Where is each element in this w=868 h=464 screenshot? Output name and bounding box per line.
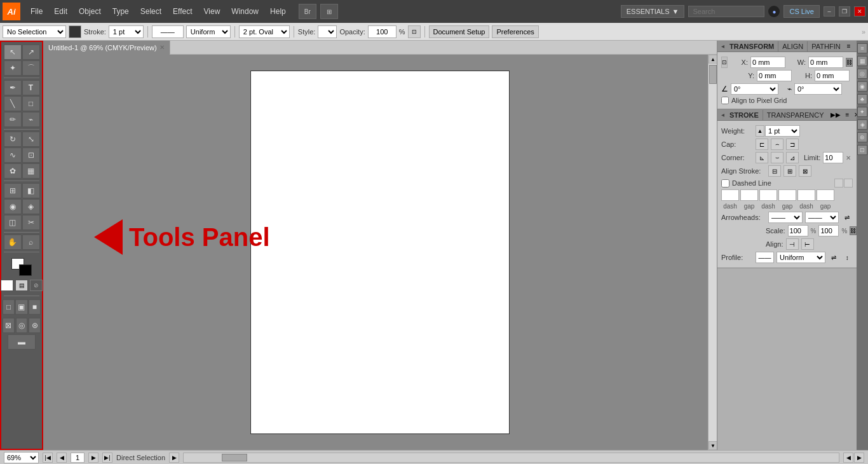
document-tab[interactable]: Untitled-1 @ 69% (CMYK/Preview) ✕: [43, 41, 170, 55]
pen-tool[interactable]: ✒: [4, 80, 22, 95]
arrow-start-select[interactable]: ——: [768, 212, 803, 223]
menu-window[interactable]: Window: [226, 4, 264, 18]
navigator-icon[interactable]: ◎: [857, 69, 867, 79]
eyedropper-tool[interactable]: ◉: [4, 199, 22, 214]
cs-live-button[interactable]: CS Live: [783, 5, 820, 18]
gap2-input[interactable]: [778, 189, 796, 201]
scroll-left-btn[interactable]: ◀: [843, 453, 853, 463]
scroll-track[interactable]: [709, 64, 717, 441]
symbol-tool[interactable]: ✿: [4, 163, 22, 179]
align-outside-btn[interactable]: ⊠: [799, 165, 811, 177]
prev-page-btn[interactable]: ◀: [57, 453, 67, 463]
zoom-tool[interactable]: ⌕: [22, 235, 40, 250]
dashed-icon2[interactable]: [844, 179, 853, 188]
direct-selection-tool[interactable]: ↗: [22, 44, 40, 60]
x-input[interactable]: [750, 57, 785, 68]
free-transform-tool[interactable]: ⊡: [22, 147, 40, 163]
full-screen-btn[interactable]: ■: [29, 299, 41, 315]
document-setup-button[interactable]: Document Setup: [429, 25, 490, 38]
menu-effect[interactable]: Effect: [168, 4, 197, 18]
scroll-h-thumb[interactable]: [222, 454, 247, 461]
corner-miter-btn[interactable]: ⊾: [756, 152, 768, 163]
align-arrows-btn2[interactable]: ⊢: [801, 238, 814, 250]
menu-file[interactable]: File: [25, 4, 48, 18]
fill-color-box[interactable]: [69, 25, 81, 38]
minimize-button[interactable]: –: [824, 6, 835, 17]
scale1-input[interactable]: [788, 225, 808, 236]
paint-bucket-tool[interactable]: ◈: [22, 199, 40, 214]
arrow-swap-icon[interactable]: ⇌: [841, 212, 853, 223]
h-input[interactable]: [815, 70, 850, 81]
bridge-btn[interactable]: Br: [299, 4, 316, 19]
mesh-tool[interactable]: ⊞: [4, 183, 22, 198]
toggle-visibility-btn[interactable]: ◎: [16, 318, 28, 333]
close-button[interactable]: ✕: [854, 6, 865, 17]
no-selection-dropdown[interactable]: No Selection: [3, 25, 66, 38]
table-icon[interactable]: ▦: [857, 56, 867, 66]
y-input[interactable]: [757, 70, 792, 81]
chain-icon[interactable]: ⛓: [846, 58, 853, 67]
lasso-tool[interactable]: ⌒: [22, 60, 40, 76]
rect-tool[interactable]: □: [22, 96, 40, 111]
profile-flip2-icon[interactable]: ↕: [842, 252, 853, 263]
transparency-tab[interactable]: TRANSPARENCY: [763, 110, 828, 120]
transform-menu-icon[interactable]: ≡: [844, 41, 853, 51]
essentials-button[interactable]: ESSENTIALS ▼: [621, 5, 685, 18]
line-tool[interactable]: ╲: [4, 96, 22, 111]
scroll-thumb[interactable]: [709, 65, 717, 84]
warp-tool[interactable]: ∿: [4, 147, 22, 163]
last-page-btn[interactable]: ▶|: [102, 453, 112, 463]
arrow-end-select[interactable]: ——: [805, 212, 839, 223]
pathfinder-tab[interactable]: PATHFIN: [807, 41, 844, 51]
workspace-layout-btn[interactable]: ⊞: [320, 4, 338, 19]
menu-select[interactable]: Select: [135, 4, 166, 18]
symbols-icon[interactable]: ◈: [857, 119, 867, 130]
scale2-input[interactable]: [818, 225, 839, 236]
opacity-input[interactable]: [368, 25, 397, 38]
align-tab[interactable]: ALIGN: [778, 41, 807, 51]
toggle-color-btn[interactable]: ⊛: [29, 318, 41, 333]
hand-tool[interactable]: ✋: [4, 235, 22, 250]
cap-round-btn[interactable]: ⌢: [771, 139, 783, 150]
dash3-input[interactable]: [797, 189, 815, 201]
menu-help[interactable]: Help: [265, 4, 291, 18]
magic-wand-tool[interactable]: ✦: [4, 60, 22, 76]
restore-button[interactable]: ❒: [839, 6, 850, 17]
monitor-btn[interactable]: ▬: [8, 334, 36, 350]
paintbrush-tool[interactable]: ⌁: [22, 112, 40, 127]
angle2-select[interactable]: 0°: [794, 83, 842, 95]
gradient-tool[interactable]: ◧: [22, 183, 40, 198]
uniform-dropdown[interactable]: Uniform: [186, 25, 231, 38]
layers-icon[interactable]: ≡: [857, 43, 867, 53]
stroke-close-icon[interactable]: ✕: [851, 110, 857, 119]
scroll-down-btn[interactable]: ▼: [709, 441, 717, 450]
rotate-tool[interactable]: ↻: [4, 132, 22, 147]
align-inside-btn[interactable]: ⊞: [783, 165, 796, 177]
background-color[interactable]: [19, 264, 32, 276]
pencil-tool[interactable]: ✏: [4, 112, 22, 127]
blend-tool[interactable]: ◫: [4, 215, 22, 230]
first-page-btn[interactable]: |◀: [43, 453, 53, 463]
scale-tool[interactable]: ⤡: [22, 132, 40, 147]
type-tool[interactable]: T: [22, 80, 40, 95]
limit-input[interactable]: [823, 152, 843, 163]
tab-close-icon[interactable]: ✕: [159, 44, 165, 51]
corner-round-btn[interactable]: ⌣: [771, 152, 783, 163]
transform-collapse-icon[interactable]: ◂: [717, 41, 728, 51]
status-arrow-btn[interactable]: ▶: [169, 453, 179, 463]
scale-chain-icon[interactable]: ⛓: [850, 226, 857, 235]
color-squares[interactable]: [11, 258, 32, 276]
menu-object[interactable]: Object: [74, 4, 106, 18]
next-page-btn[interactable]: ▶: [88, 453, 98, 463]
scroll-up-btn[interactable]: ▲: [709, 55, 717, 64]
align-arrows-btn1[interactable]: ⊣: [786, 238, 799, 250]
w-input[interactable]: [808, 57, 843, 68]
weight-up-btn[interactable]: ▲: [756, 125, 764, 137]
oval-dropdown[interactable]: 2 pt. Oval: [239, 25, 290, 38]
normal-screen-btn[interactable]: □: [3, 299, 15, 315]
brush-icon[interactable]: ✦: [857, 107, 867, 117]
style-dropdown[interactable]: [318, 25, 337, 38]
cap-butt-btn[interactable]: ⊏: [756, 139, 768, 150]
full-screen-menu-btn[interactable]: ▣: [15, 299, 27, 315]
horizontal-scrollbar[interactable]: [183, 453, 839, 463]
